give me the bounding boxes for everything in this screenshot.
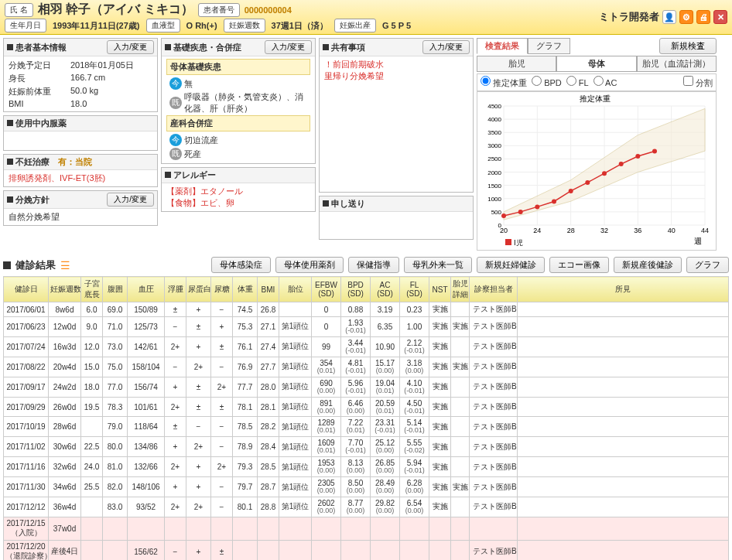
exam-results-title: 健診結果 <box>15 258 56 272</box>
column-header: 尿糖 <box>211 277 233 302</box>
column-header: 診察担当者 <box>470 277 518 302</box>
column-header: 血圧 <box>128 277 165 302</box>
panel-basic-info: 患者基本情報 入力/変更 分娩予定日2018年01月05日 身長166.7 cm… <box>3 38 158 112</box>
column-header: 妊娠週数 <box>49 277 81 302</box>
panel-allergy: アレルギー 【薬剤】エタノール 【食物】エビ、卵 <box>161 167 316 212</box>
panel-infertility: 不妊治療 有：当院 排卵誘発剤、IVF-ET(3胚) <box>3 154 158 187</box>
panel-delivery: 分娩方針 入力/変更 自然分娩希望 <box>3 190 158 226</box>
panel-referral: 申し送り <box>319 196 474 240</box>
svg-text:4000: 4000 <box>487 116 501 123</box>
settings-icon[interactable]: ⚙ <box>679 10 693 24</box>
label-blood: 血液型 <box>146 19 180 32</box>
table-row[interactable]: 2017/11/1632w6d24.081.0132/662++2+79.328… <box>4 457 729 477</box>
svg-text:40: 40 <box>668 227 676 234</box>
subtab-fetus[interactable]: 胎児 <box>477 56 556 72</box>
svg-text:2500: 2500 <box>487 155 501 162</box>
tab-graph[interactable]: グラフ <box>528 38 570 54</box>
shared-title: 共有事項 <box>331 43 365 52</box>
column-header: NST <box>429 277 451 302</box>
svg-point-40 <box>602 171 607 176</box>
lower-button[interactable]: 母乳外来一覧 <box>404 257 472 273</box>
lower-button[interactable]: 新規妊婦健診 <box>477 257 545 273</box>
lower-button[interactable]: 母体使用薬剤 <box>275 257 344 273</box>
label-patient-id: 患者番号 <box>198 3 240 17</box>
radio-bpd[interactable]: BPD <box>532 76 562 89</box>
svg-text:週: 週 <box>694 237 702 245</box>
label-dob: 生年月日 <box>5 19 46 32</box>
svg-point-35 <box>518 210 523 214</box>
lower-button[interactable]: 保健指導 <box>348 257 399 273</box>
column-header: 所見 <box>518 277 729 302</box>
svg-text:3500: 3500 <box>487 129 501 136</box>
tab-results[interactable]: 検査結果 <box>477 38 528 54</box>
lower-button[interactable]: 母体感染症 <box>211 257 271 273</box>
history-icon: 既 <box>169 97 182 109</box>
edit-delivery-button[interactable]: 入力/変更 <box>107 193 154 207</box>
svg-text:Ⅰ児: Ⅰ児 <box>514 239 523 247</box>
table-row[interactable]: 2017/12/1236w4d83.093/522+2+−80.128.8第1頭… <box>4 497 729 517</box>
growth-chart: 0500100015002000250030003500400045002024… <box>477 91 717 251</box>
table-row[interactable]: 2017/09/1724w2d18.077.0156/74+±2+77.728.… <box>4 377 729 397</box>
table-row[interactable]: 2017/11/3034w6d25.582.0148/106++−79.728.… <box>4 477 729 497</box>
checkbox-split[interactable]: 分割 <box>683 76 713 89</box>
profile-icon[interactable]: 👤 <box>662 10 676 24</box>
lower-button[interactable]: 新規産後健診 <box>614 257 682 273</box>
edit-underlying-button[interactable]: 入力/変更 <box>265 40 312 54</box>
weeks-value: 37週1日（済） <box>272 20 328 32</box>
svg-point-43 <box>652 149 657 154</box>
radio-fl[interactable]: FL <box>566 76 589 89</box>
table-row[interactable]: 2017/11/0230w6d22.580.0134/86+2+−78.928.… <box>4 437 729 457</box>
new-exam-button[interactable]: 新規検査 <box>659 38 717 54</box>
table-row[interactable]: 2017/08/2220w4d15.075.0158/104−2+−76.927… <box>4 357 729 377</box>
allergy-title: アレルギー <box>173 170 216 179</box>
table-row[interactable]: 2017/12/20（退院診察）産後4日156/62−+±テスト医師B <box>4 540 729 560</box>
radio-efw[interactable]: 推定体重 <box>481 76 527 89</box>
panel-meds: 使用中内服薬 <box>3 115 158 151</box>
table-row[interactable]: 2017/06/018w6d6.069.0150/89±+−74.526.800… <box>4 302 729 317</box>
infert-detail: 排卵誘発剤、IVF-ET(3胚) <box>9 173 105 183</box>
svg-point-42 <box>635 154 640 159</box>
lower-button[interactable]: グラフ <box>686 257 729 273</box>
print-icon[interactable]: 🖨 <box>696 10 710 24</box>
svg-text:1500: 1500 <box>487 183 501 190</box>
lower-button[interactable]: エコー画像 <box>549 257 609 273</box>
table-row[interactable]: 2017/07/2416w3d12.073.0142/612++±76.127.… <box>4 336 729 357</box>
column-header: 胎位 <box>279 277 312 302</box>
table-row[interactable]: 2017/06/2312w0d9.071.0125/73−±+75.327.1第… <box>4 317 729 337</box>
patient-id: 0000000004 <box>245 5 292 15</box>
patient-name: 相羽 幹子（アイバ ミキコ） <box>38 2 193 18</box>
subtab-mother[interactable]: 母体 <box>556 56 636 72</box>
label-weeks: 妊娠週数 <box>224 19 265 32</box>
close-icon[interactable]: ✕ <box>713 10 727 24</box>
svg-text:24: 24 <box>533 227 541 234</box>
svg-text:2000: 2000 <box>487 169 501 176</box>
svg-point-36 <box>535 204 539 209</box>
today-icon: 今 <box>169 77 182 90</box>
label-name: 氏 名 <box>5 3 33 17</box>
svg-point-39 <box>585 180 590 185</box>
birth-value: G 5 P 5 <box>382 21 411 30</box>
edit-basic-button[interactable]: 入力/変更 <box>107 40 154 54</box>
table-row[interactable]: 2017/09/2926w0d19.578.3101/612+±±78.128.… <box>4 397 729 417</box>
table-row[interactable]: 2017/10/1928w6d79.0118/64±−−78.528.2第1頭位… <box>4 417 729 437</box>
svg-text:28: 28 <box>567 227 575 234</box>
referral-title: 申し送り <box>331 199 365 208</box>
patient-header: 氏 名 相羽 幹子（アイバ ミキコ） 患者番号 0000000004 生年月日 … <box>0 0 732 35</box>
svg-point-37 <box>552 200 556 204</box>
svg-point-34 <box>501 213 506 218</box>
svg-text:36: 36 <box>634 227 641 234</box>
list-icon[interactable]: ☰ <box>60 259 70 271</box>
column-header: 浮腫 <box>165 277 186 302</box>
infert-title: 不妊治療 <box>15 157 50 166</box>
column-header: 尿蛋白 <box>186 277 211 302</box>
developer-label: ミトラ開発者 <box>599 10 659 24</box>
svg-text:4500: 4500 <box>487 103 501 110</box>
edit-shared-button[interactable]: 入力/変更 <box>422 40 470 54</box>
column-header: FL(SD) <box>400 277 429 302</box>
column-header: 胎児詳細 <box>451 277 470 302</box>
column-header: AC(SD) <box>371 277 400 302</box>
radio-ac[interactable]: AC <box>593 76 617 89</box>
panel-shared: 共有事項 入力/変更 ！前回前期破水 里帰り分娩希望 <box>319 38 474 193</box>
table-row[interactable]: 2017/12/15（入院）37w0d <box>4 517 729 540</box>
subtab-fetus-flow[interactable]: 胎児（血流計測） <box>637 56 717 72</box>
